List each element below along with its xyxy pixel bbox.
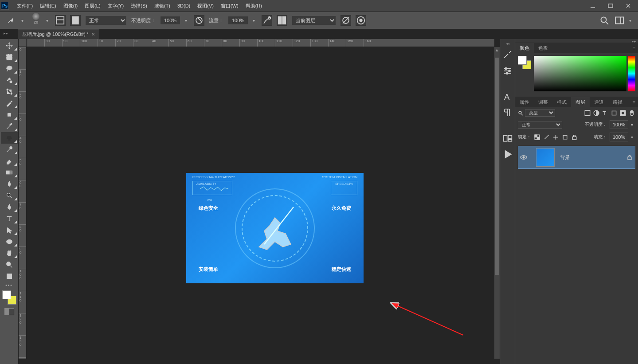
filter-smart-icon[interactable]	[619, 110, 626, 117]
color-field[interactable]	[534, 56, 626, 91]
layer-name[interactable]: 背景	[556, 154, 624, 161]
crop-tool[interactable]	[1, 86, 18, 98]
menu-select[interactable]: 选择(S)	[127, 1, 151, 11]
layer-row[interactable]: 背景	[518, 146, 635, 169]
panel-menu-icon[interactable]: ≡	[630, 99, 638, 105]
character-panel-icon[interactable]: A	[502, 91, 513, 102]
minimize-button[interactable]	[584, 0, 602, 12]
sample-select[interactable]: 当前图层	[292, 16, 336, 25]
hue-slider[interactable]	[628, 56, 635, 91]
brush-settings-panel-icon[interactable]	[502, 50, 513, 60]
move-tool[interactable]	[1, 40, 18, 51]
chevron-down-icon[interactable]: ▾	[185, 18, 189, 23]
foreground-color-swatch[interactable]	[2, 290, 11, 299]
tool-preset-icon[interactable]	[4, 16, 17, 25]
eraser-tool[interactable]	[1, 155, 18, 167]
dodge-tool[interactable]	[1, 190, 18, 201]
chevron-down-icon[interactable]: ▾	[21, 18, 26, 23]
blend-mode-select[interactable]: 正常	[85, 16, 127, 25]
history-brush-tool[interactable]	[1, 144, 18, 155]
menu-image[interactable]: 图像(I)	[60, 1, 81, 11]
paragraph-panel-icon[interactable]	[502, 107, 513, 118]
play-panel-icon[interactable]	[502, 149, 513, 160]
lock-transparency-icon[interactable]	[534, 134, 540, 141]
shape-tool[interactable]	[1, 236, 18, 247]
lock-artboard-icon[interactable]	[562, 134, 568, 141]
tab-channels[interactable]: 通道	[590, 97, 608, 107]
close-icon[interactable]: ✕	[91, 32, 95, 37]
menu-edit[interactable]: 编辑(E)	[36, 1, 60, 11]
tab-adjustments[interactable]: 调整	[534, 97, 552, 107]
chevron-down-icon[interactable]: ▾	[46, 18, 51, 23]
tab-layers[interactable]: 图层	[571, 97, 590, 107]
close-button[interactable]	[619, 0, 637, 12]
blend-mode-select[interactable]: 正常	[518, 121, 562, 129]
quick-mask-toggle[interactable]	[4, 308, 14, 315]
adjustments-panel-icon[interactable]	[502, 66, 513, 76]
fill-input[interactable]	[610, 133, 628, 141]
menu-3d[interactable]: 3D(D)	[174, 1, 194, 10]
pressure-opacity-icon[interactable]	[194, 15, 204, 26]
tab-color[interactable]: 颜色	[515, 43, 534, 53]
workspace-switcher-icon[interactable]	[614, 15, 625, 26]
tab-swatches[interactable]: 色板	[534, 43, 552, 53]
toolbar-more-icon[interactable]: •••	[0, 282, 18, 289]
menu-help[interactable]: 帮助(H)	[242, 1, 266, 11]
horizontal-ruler[interactable]: 8090100102030405060708090100110120130140…	[27, 39, 494, 47]
opacity-input[interactable]	[160, 16, 180, 25]
color-swatches[interactable]	[2, 290, 16, 305]
ignore-adjustment-icon[interactable]	[341, 15, 351, 26]
healing-brush-tool[interactable]	[1, 109, 18, 121]
path-selection-tool[interactable]	[1, 224, 18, 236]
brush-tool[interactable]	[1, 121, 18, 132]
canvas-viewport[interactable]: PROCESS:144 THREAD:2252 AVAILABILITY 8% …	[27, 47, 494, 359]
document-tab[interactable]: 压缩后.jpg @ 100%(RGB/8#) * ✕	[18, 29, 99, 39]
filter-pixel-icon[interactable]	[584, 110, 591, 117]
pressure-size-icon[interactable]	[356, 15, 366, 26]
menu-layer[interactable]: 图层(L)	[81, 1, 104, 11]
tab-styles[interactable]: 样式	[552, 97, 571, 107]
maximize-button[interactable]	[602, 0, 619, 12]
pen-tool[interactable]	[1, 201, 18, 213]
brush-settings-icon[interactable]	[70, 15, 81, 26]
libraries-panel-icon[interactable]	[502, 133, 513, 144]
zoom-tool[interactable]	[1, 259, 18, 270]
chevron-down-icon[interactable]: ▾	[629, 18, 634, 23]
menu-view[interactable]: 视图(V)	[194, 1, 217, 11]
lock-position-icon[interactable]	[552, 134, 559, 141]
lasso-tool[interactable]	[1, 63, 18, 74]
gradient-tool[interactable]	[1, 167, 18, 178]
type-tool[interactable]	[1, 213, 18, 224]
menu-type[interactable]: 文字(Y)	[104, 1, 128, 11]
brush-panel-toggle-icon[interactable]	[55, 15, 66, 26]
fg-swatch[interactable]	[518, 56, 527, 65]
collapse-toggle-icon[interactable]: ▸▸	[515, 39, 638, 43]
hand-tool[interactable]	[1, 247, 18, 259]
tab-paths[interactable]: 路径	[608, 97, 627, 107]
menu-file[interactable]: 文件(F)	[13, 1, 36, 11]
collapse-toggle-icon[interactable]: ◂◂	[500, 42, 515, 44]
chevron-down-icon[interactable]: ▾	[631, 135, 635, 140]
edit-toolbar-icon[interactable]	[1, 270, 18, 282]
menu-window[interactable]: 窗口(W)	[217, 1, 242, 11]
lock-all-icon[interactable]	[571, 134, 578, 141]
filter-shape-icon[interactable]	[611, 110, 618, 117]
chevron-down-icon[interactable]: ▾	[253, 18, 257, 23]
menu-filter[interactable]: 滤镜(T)	[151, 1, 174, 11]
panel-menu-icon[interactable]: ≡	[630, 45, 638, 51]
eyedropper-tool[interactable]	[1, 98, 18, 109]
ruler-origin[interactable]	[19, 39, 27, 47]
tab-properties[interactable]: 属性	[515, 97, 534, 107]
blur-tool[interactable]	[1, 178, 18, 190]
flow-input[interactable]	[228, 16, 248, 25]
lock-pixels-icon[interactable]	[543, 134, 550, 141]
brush-preview[interactable]: 20	[30, 13, 42, 28]
visibility-toggle[interactable]	[518, 155, 529, 160]
layer-filter-kind[interactable]: 类型	[525, 109, 555, 117]
filter-toggle-icon[interactable]	[628, 110, 635, 117]
vertical-ruler[interactable]: 0102030405060708090100110120130140150160…	[19, 47, 27, 359]
chevron-down-icon[interactable]: ▾	[631, 122, 635, 127]
layer-opacity-input[interactable]	[610, 120, 628, 129]
filter-type-icon[interactable]: T	[602, 110, 609, 117]
layer-thumbnail[interactable]	[536, 148, 555, 167]
